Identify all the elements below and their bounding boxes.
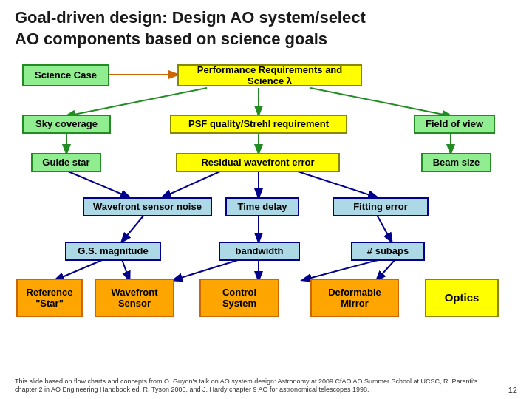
svg-line-12 <box>377 259 395 280</box>
footnote: This slide based on flow charts and conc… <box>15 378 488 395</box>
wavefront-sensor-box: Wavefront Sensor <box>95 279 174 317</box>
science-case-box: Science Case <box>22 64 109 86</box>
field-of-view-box: Field of view <box>414 115 495 134</box>
sky-coverage-box: Sky coverage <box>22 115 111 134</box>
svg-line-8 <box>377 215 392 242</box>
time-delay-box: Time delay <box>225 197 299 216</box>
gs-magnitude-box: G.S. magnitude <box>65 242 161 261</box>
fitting-error-box: Fitting error <box>332 197 429 216</box>
slide-title: Goal-driven design: Design AO system/sel… <box>15 7 517 50</box>
residual-wfe-box: Residual wavefront error <box>176 153 340 172</box>
control-system-box: Control System <box>200 279 279 317</box>
beam-size-box: Beam size <box>421 153 491 172</box>
psf-quality-box: PSF quality/Strehl requirement <box>170 115 347 134</box>
bandwidth-box: bandwidth <box>219 242 300 261</box>
svg-line-6 <box>122 215 144 242</box>
slide: Goal-driven design: Design AO system/sel… <box>0 0 532 399</box>
svg-line-10 <box>122 259 129 280</box>
diagram: Science Case Performance Requirements an… <box>15 58 517 339</box>
reference-star-box: Reference "Star" <box>16 279 83 317</box>
wfs-noise-box: Wavefront sensor noise <box>83 197 212 216</box>
perf-req-box: Performance Requirements and Science λ <box>177 64 362 86</box>
svg-line-9 <box>55 258 107 280</box>
n-subaps-box: # subaps <box>351 242 425 261</box>
deformable-mirror-box: Deformable Mirror <box>310 279 399 317</box>
page-number: 12 <box>508 386 517 395</box>
guide-star-box: Guide star <box>31 153 101 172</box>
optics-box: Optics <box>425 279 499 317</box>
